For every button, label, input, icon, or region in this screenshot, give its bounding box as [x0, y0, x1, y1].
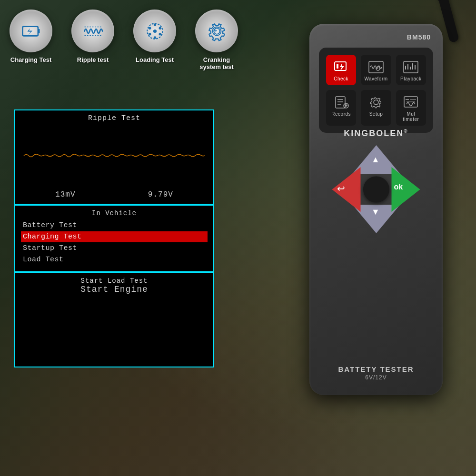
charging-test-label: Charging Test — [10, 56, 51, 63]
cranking-test-label: Cranking system test — [195, 56, 238, 70]
gear-bolt-icon — [206, 20, 228, 42]
setup-button-label: Setup — [369, 111, 383, 117]
battery-tester-label: BATTETY TESTER — [309, 365, 443, 373]
nav-ok-button[interactable]: ok — [392, 167, 420, 212]
nav-pad: ▲ ▼ ↩ ok — [332, 145, 420, 233]
waveform-button-icon — [367, 60, 384, 74]
svg-point-8 — [159, 33, 161, 35]
ripple-wave-icon — [82, 20, 104, 42]
button-grid: Check Waveform — [319, 48, 433, 133]
menu-charging-test[interactable]: Charging Test — [21, 231, 208, 242]
ripple-test-label: Ripple test — [77, 56, 109, 63]
cranking-test-icon-item: Cranking system test — [195, 10, 238, 70]
voltage-label: 6V/12V — [309, 374, 443, 381]
waveform-button[interactable]: Waveform — [361, 55, 391, 85]
records-button-icon — [333, 96, 349, 109]
charging-test-icon-item: Charging Test — [10, 10, 52, 63]
playback-button-icon — [403, 60, 419, 74]
records-button-label: Records — [331, 111, 351, 117]
loading-test-label: Loading Test — [136, 56, 174, 63]
svg-point-11 — [149, 27, 151, 29]
svg-rect-15 — [335, 62, 346, 70]
check-button-label: Check — [334, 76, 348, 81]
loading-test-icon-item: Loading Test — [133, 10, 176, 63]
ripple-value-2: 9.79V — [148, 190, 173, 199]
ripple-test-icon-item: Ripple test — [71, 10, 114, 63]
menu-load-test[interactable]: Load Test — [21, 254, 208, 265]
svg-marker-2 — [27, 28, 32, 35]
multimeter-button-icon — [403, 96, 419, 109]
screens-container: Ripple Test 13mV 9.79V In Vehicle Batter… — [14, 109, 214, 367]
menu-battery-test[interactable]: Battery Test — [21, 220, 208, 231]
waveform-button-label: Waveform — [364, 76, 387, 81]
playback-button[interactable]: Playback — [396, 55, 426, 85]
battery-bolt-icon — [20, 20, 42, 42]
records-button[interactable]: Records — [326, 90, 356, 126]
svg-point-7 — [159, 27, 161, 29]
ripple-test-screen: Ripple Test 13mV 9.79V — [14, 109, 214, 205]
setup-button[interactable]: Setup — [361, 90, 391, 126]
cranking-test-circle — [195, 10, 238, 52]
nav-center — [363, 176, 389, 202]
multimeter-button[interactable]: Mul timeter — [396, 90, 426, 126]
ripple-test-circle — [71, 10, 114, 52]
ripple-screen-title: Ripple Test — [19, 114, 209, 122]
device-model-label: BM580 — [407, 33, 431, 41]
load-screen-title: Start Load Test — [19, 277, 209, 285]
svg-point-9 — [153, 36, 156, 39]
dots-circle-icon — [144, 20, 166, 42]
svg-rect-1 — [38, 29, 40, 33]
multimeter-button-label: Mul timeter — [398, 111, 424, 122]
nav-back-button[interactable]: ↩ — [332, 167, 361, 212]
top-icons-row: Charging Test Ripple test — [10, 10, 238, 70]
menu-screen-title: In Vehicle — [21, 209, 208, 217]
load-test-screen: Start Load Test Start Engine — [14, 272, 214, 367]
device-bottom-label: BATTETY TESTER 6V/12V — [309, 365, 443, 381]
device-body: BM580 Check — [309, 24, 443, 395]
svg-point-12 — [153, 29, 156, 32]
menu-screen: In Vehicle Battery Test Charging Test St… — [14, 205, 214, 272]
svg-point-10 — [149, 33, 151, 35]
brand-name: KINGBOLEN® — [309, 129, 443, 139]
device: BM580 Check — [286, 24, 466, 433]
load-screen-message: Start Engine — [80, 285, 148, 294]
loading-test-circle — [133, 10, 176, 52]
check-button[interactable]: Check — [326, 55, 356, 85]
menu-startup-test[interactable]: Startup Test — [21, 243, 208, 254]
playback-button-label: Playback — [400, 76, 422, 81]
setup-button-icon — [367, 96, 384, 109]
ripple-waveform-svg — [19, 125, 209, 187]
ripple-value-1: 13mV — [55, 190, 75, 199]
check-button-icon — [333, 60, 349, 74]
ripple-values: 13mV 9.79V — [19, 190, 209, 199]
svg-rect-16 — [337, 64, 338, 69]
svg-point-6 — [153, 23, 156, 26]
charging-test-circle — [10, 10, 52, 52]
ripple-graph — [19, 125, 209, 187]
